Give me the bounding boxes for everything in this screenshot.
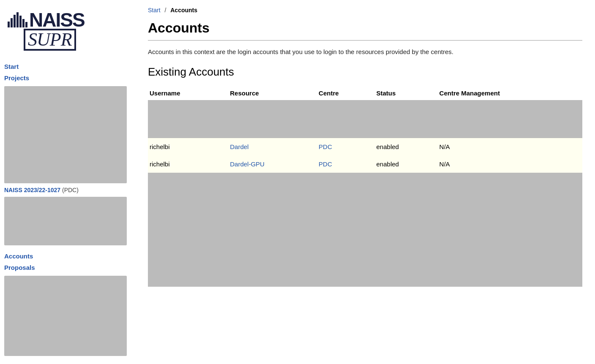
cell-centre-1: PDC — [317, 138, 374, 155]
centre-link-2[interactable]: PDC — [319, 160, 332, 168]
sidebar-project-center: (PDC) — [62, 187, 79, 193]
table-row-placeholder-1 — [148, 100, 582, 138]
resource-link-2[interactable]: Dardel-GPU — [230, 160, 265, 168]
breadcrumb-start-link[interactable]: Start — [148, 7, 161, 14]
sidebar-link-proposals[interactable]: Proposals — [4, 262, 131, 273]
sidebar-link-accounts[interactable]: Accounts — [4, 250, 131, 262]
sidebar-link-projects[interactable]: Projects — [4, 72, 131, 84]
cell-status-1: enabled — [375, 138, 438, 155]
sidebar-project-link[interactable]: NAISS 2023/22-1027 — [4, 187, 60, 193]
cell-resource-1: Dardel — [228, 138, 317, 155]
cell-resource-2: Dardel-GPU — [228, 155, 317, 173]
sidebar-project-label: NAISS 2023/22-1027 (PDC) — [0, 185, 131, 194]
col-resource: Resource — [228, 86, 317, 100]
breadcrumb-separator: / — [164, 7, 166, 14]
col-centre: Centre — [317, 86, 374, 100]
resource-link-1[interactable]: Dardel — [230, 143, 248, 150]
page-description: Accounts in this context are the login a… — [148, 48, 582, 55]
table-row-1: richelbi Dardel PDC enabled N/A — [148, 138, 582, 155]
cell-mgmt-1: N/A — [438, 138, 582, 155]
cell-mgmt-2: N/A — [438, 155, 582, 173]
sidebar-nav-top: Start Projects — [0, 57, 131, 84]
sidebar-placeholder-3 — [4, 276, 127, 356]
breadcrumb-current: Accounts — [170, 7, 197, 14]
placeholder-block-1 — [148, 100, 582, 138]
cell-centre-2: PDC — [317, 155, 374, 173]
main-content: Start / Accounts Accounts Accounts in th… — [135, 0, 595, 364]
existing-accounts-title: Existing Accounts — [148, 65, 582, 79]
logo-bars-icon — [8, 12, 27, 27]
cell-username-1: richelbi — [148, 138, 228, 155]
logo: NAISS SUPR — [0, 4, 131, 55]
col-username: Username — [148, 86, 228, 100]
col-management: Centre Management — [438, 86, 582, 100]
cell-username-2: richelbi — [148, 155, 228, 173]
sidebar-link-start[interactable]: Start — [4, 61, 131, 72]
table-row-2: richelbi Dardel-GPU PDC enabled N/A — [148, 155, 582, 173]
cell-status-2: enabled — [375, 155, 438, 173]
sidebar-placeholder-1 — [4, 86, 127, 183]
logo-naiss-text: NAISS — [29, 8, 85, 31]
logo-supr-text: SUPR — [24, 29, 76, 51]
sidebar: NAISS SUPR Start Projects NAISS 2023/22-… — [0, 0, 135, 364]
sidebar-placeholder-2 — [4, 197, 127, 245]
sidebar-nav-bottom: Accounts Proposals — [0, 247, 131, 273]
placeholder-block-2 — [148, 173, 582, 287]
page-title: Accounts — [148, 20, 582, 41]
breadcrumb: Start / Accounts — [148, 4, 582, 14]
col-status: Status — [375, 86, 438, 100]
table-row-placeholder-2 — [148, 173, 582, 287]
centre-link-1[interactable]: PDC — [319, 143, 332, 150]
accounts-table: Username Resource Centre Status Centre M… — [148, 86, 582, 287]
table-header-row: Username Resource Centre Status Centre M… — [148, 86, 582, 100]
